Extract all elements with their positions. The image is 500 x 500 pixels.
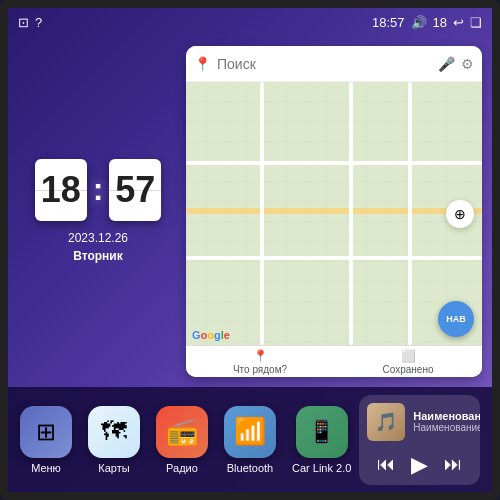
map-widget[interactable]: 📍 🎤 ⚙ ⊕ НАВ Google: [186, 46, 482, 377]
music-next-button[interactable]: ⏭: [437, 449, 469, 481]
volume-icon: 🔊: [411, 15, 427, 30]
map-bottom-tabs: 📍 Что рядом? ⬜ Сохранено: [186, 345, 482, 377]
map-location-button[interactable]: ⊕: [446, 200, 474, 228]
status-bar: ⊡ ? 18:57 🔊 18 ↩ ❏: [8, 8, 492, 36]
album-art-image: 🎵: [367, 403, 405, 441]
main-screen: ⊡ ? 18:57 🔊 18 ↩ ❏ 18 : 57 2023.12.26 Вт…: [0, 0, 500, 500]
map-road-2: [186, 256, 482, 260]
music-text: Наименование песни Наименование певца: [413, 410, 480, 433]
map-road-v2: [349, 82, 353, 345]
map-tab-nearby-label: Что рядом?: [233, 364, 287, 375]
map-tab-saved-label: Сохранено: [383, 364, 434, 375]
radio-app-label: Радио: [166, 462, 198, 474]
clock-date: 2023.12.26 Вторник: [68, 229, 128, 265]
clock-widget: 18 : 57 2023.12.26 Вторник: [18, 46, 178, 377]
map-pin-icon: 📍: [194, 56, 211, 72]
map-road-main: [186, 208, 482, 214]
map-road-v1: [260, 82, 264, 345]
dock-app-maps[interactable]: 🗺 Карты: [88, 406, 140, 474]
maps-app-label: Карты: [98, 462, 129, 474]
nav-icons-left: ⊡ ?: [18, 15, 42, 30]
music-artist: Наименование певца: [413, 422, 480, 433]
music-album-art: 🎵: [367, 403, 405, 441]
main-area: 18 : 57 2023.12.26 Вторник 📍 🎤 ⚙: [8, 36, 492, 387]
maps-app-icon: 🗺: [88, 406, 140, 458]
map-search-bar[interactable]: 📍 🎤 ⚙: [186, 46, 482, 82]
nearby-icon: 📍: [253, 349, 268, 363]
menu-app-label: Меню: [31, 462, 61, 474]
bluetooth-app-icon: 📶: [224, 406, 276, 458]
clock-date-value: 2023.12.26: [68, 229, 128, 247]
music-controls: ⏮ ▶ ⏭: [359, 445, 480, 485]
music-prev-button[interactable]: ⏮: [370, 449, 402, 481]
map-content[interactable]: ⊕ НАВ Google: [186, 82, 482, 345]
bottom-dock: ⊞ Меню 🗺 Карты 📻 Радио 📶 Bluetooth 📱 Car…: [8, 387, 492, 492]
dock-app-menu[interactable]: ⊞ Меню: [20, 406, 72, 474]
nav-icon[interactable]: ?: [35, 15, 42, 30]
dock-app-carlink[interactable]: 📱 Car Link 2.0: [292, 406, 351, 474]
music-info-row: 🎵 Наименование песни Наименование певца: [359, 395, 480, 445]
clock-day: Вторник: [68, 247, 128, 265]
bluetooth-app-label: Bluetooth: [227, 462, 273, 474]
map-navigate-button[interactable]: НАВ: [438, 301, 474, 337]
dock-app-radio[interactable]: 📻 Радио: [156, 406, 208, 474]
map-settings-icon[interactable]: ⚙: [461, 56, 474, 72]
home-icon[interactable]: ⊡: [18, 15, 29, 30]
window-icon[interactable]: ❏: [470, 15, 482, 30]
saved-icon: ⬜: [401, 349, 416, 363]
voice-search-icon[interactable]: 🎤: [438, 56, 455, 72]
battery-level: 18: [433, 15, 447, 30]
music-title: Наименование песни: [413, 410, 480, 422]
dock-apps: ⊞ Меню 🗺 Карты 📻 Радио 📶 Bluetooth 📱 Car…: [20, 406, 351, 474]
menu-app-icon: ⊞: [20, 406, 72, 458]
clock-hours: 18: [35, 159, 87, 221]
status-time: 18:57: [372, 15, 405, 30]
map-nav-label: НАВ: [446, 314, 466, 324]
music-play-button[interactable]: ▶: [404, 449, 436, 481]
map-road: [186, 161, 482, 165]
google-logo: Google: [192, 329, 230, 341]
back-icon[interactable]: ↩: [453, 15, 464, 30]
map-search-input[interactable]: [217, 56, 432, 72]
map-tab-nearby[interactable]: 📍 Что рядом?: [186, 346, 334, 377]
carlink-app-label: Car Link 2.0: [292, 462, 351, 474]
clock-colon: :: [93, 171, 104, 208]
clock-minutes: 57: [109, 159, 161, 221]
map-tab-saved[interactable]: ⬜ Сохранено: [334, 346, 482, 377]
dock-app-bluetooth[interactable]: 📶 Bluetooth: [224, 406, 276, 474]
music-player: 🎵 Наименование песни Наименование певца …: [359, 395, 480, 485]
radio-app-icon: 📻: [156, 406, 208, 458]
flip-clock: 18 : 57: [35, 159, 162, 221]
map-road-v3: [408, 82, 412, 345]
carlink-app-icon: 📱: [296, 406, 348, 458]
